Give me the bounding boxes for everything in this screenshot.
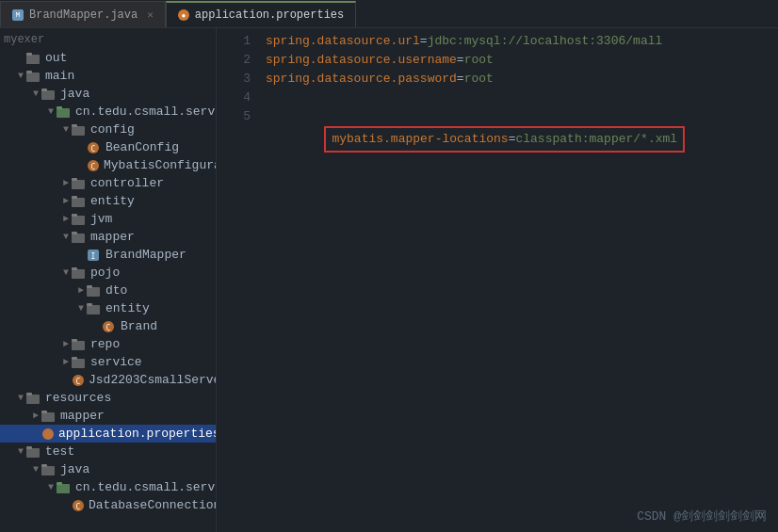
svg-text:C: C: [76, 378, 81, 386]
svg-rect-7: [57, 106, 62, 109]
svg-rect-39: [26, 393, 32, 395]
tree-item-java-label: java: [60, 87, 89, 101]
tree-item-controller[interactable]: controller: [0, 174, 216, 192]
tree-item-dbconntests[interactable]: C DatabaseConnectionTests: [0, 496, 216, 514]
svg-rect-20: [72, 234, 85, 243]
tree-item-test-package-label: cn.tedu.csmall.server: [75, 480, 217, 494]
svg-rect-43: [26, 448, 40, 458]
tab-bar: M BrandMapper.java ✕ ● application.prope…: [0, 0, 778, 28]
close-icon[interactable]: ✕: [147, 8, 154, 21]
line-num-4: 4: [224, 89, 251, 107]
svg-rect-19: [72, 214, 77, 217]
line-num-1: 1: [224, 32, 251, 51]
tree-item-out-label: out: [45, 51, 67, 65]
svg-rect-18: [72, 216, 85, 225]
svg-rect-1: [26, 53, 32, 56]
tree-item-jsdapplic[interactable]: C Jsd2203CsmallServerApplic: [0, 371, 216, 389]
code-line-2: 2 spring.datasource.username=root: [217, 51, 778, 70]
tree-item-config-label: config: [90, 122, 135, 137]
line-num-3: 3: [224, 70, 251, 89]
tree-item-test-package[interactable]: cn.tedu.csmall.server: [0, 478, 216, 496]
code-editor: 1 spring.datasource.url=jdbc:mysql://loc…: [217, 28, 778, 532]
tree-item-brand[interactable]: C Brand: [0, 317, 216, 335]
svg-rect-46: [41, 464, 47, 467]
svg-rect-17: [72, 196, 77, 199]
svg-rect-33: [72, 339, 77, 342]
svg-rect-48: [57, 482, 62, 485]
line-num-2: 2: [224, 51, 251, 70]
tree-item-java[interactable]: java: [0, 85, 216, 103]
tree-item-dto-label: dto: [105, 283, 127, 298]
tree-item-jvm[interactable]: jvm: [0, 210, 216, 228]
tree-item-jvm-label: jvm: [90, 212, 112, 226]
watermark: CSDN @剑剑剑剑剑剑网: [637, 508, 767, 524]
tree-item-test[interactable]: test: [0, 443, 216, 460]
tree-item-pojo-entity[interactable]: entity: [0, 299, 216, 317]
tab-application-properties[interactable]: ● application.properties: [166, 1, 356, 27]
tree-item-pojo[interactable]: pojo: [0, 264, 216, 282]
tree-item-resources[interactable]: resources: [0, 389, 216, 407]
svg-rect-25: [72, 267, 77, 270]
tree-item-package[interactable]: cn.tedu.csmall.server: [0, 103, 216, 121]
svg-text:I: I: [91, 252, 96, 261]
tree-item-service[interactable]: service: [0, 353, 216, 371]
tree-item-resources-mapper[interactable]: mapper: [0, 407, 216, 425]
tree-item-main-label: main: [45, 69, 74, 83]
tree-item-application-properties[interactable]: application.properties: [0, 425, 216, 443]
code-content-5: mybatis.mapper-locations=classpath:mappe…: [266, 107, 685, 171]
tree-item-entity-label: entity: [90, 194, 135, 208]
tree-item-jsdapplic-label: Jsd2203CsmallServerApplic: [89, 373, 217, 387]
svg-rect-0: [26, 55, 40, 64]
svg-rect-8: [72, 126, 85, 136]
tree-item-mapper[interactable]: mapper: [0, 228, 216, 246]
tree-item-mapper-label: mapper: [90, 230, 135, 244]
tree-item-resources-label: resources: [45, 391, 111, 405]
tree-item-brand-label: Brand: [121, 319, 157, 333]
tree-item-pojo-label: pojo: [90, 266, 120, 280]
tree-item-package-label: cn.tedu.csmall.server: [75, 105, 217, 119]
tree-item-beanconfig[interactable]: C BeanConfig: [0, 138, 216, 156]
line-num-5: 5: [224, 107, 251, 126]
tree-item-brandmapper[interactable]: I BrandMapper: [0, 246, 216, 264]
svg-rect-3: [26, 71, 32, 73]
svg-rect-34: [72, 359, 85, 368]
svg-rect-28: [87, 305, 100, 314]
tree-item-controller-label: controller: [90, 176, 164, 190]
svg-rect-14: [72, 180, 85, 189]
svg-rect-32: [72, 341, 85, 350]
svg-rect-15: [72, 178, 77, 181]
module-label: myexer: [4, 33, 44, 46]
tree-item-mybatisconfig[interactable]: C MybatisConfiguration: [0, 156, 216, 174]
tab-brandmapper[interactable]: M BrandMapper.java ✕: [0, 1, 166, 27]
tree-item-entity[interactable]: entity: [0, 192, 216, 210]
code-content-1: spring.datasource.url=jdbc:mysql://local…: [266, 32, 662, 51]
tree-item-beanconfig-label: BeanConfig: [105, 140, 179, 154]
svg-rect-27: [87, 285, 92, 288]
tree-item-dto[interactable]: dto: [0, 282, 216, 299]
code-line-4: 4: [217, 89, 778, 107]
svg-rect-4: [41, 90, 55, 100]
mapper-tab-icon: M: [12, 9, 24, 21]
svg-rect-38: [26, 395, 40, 404]
tree-item-mybatisconfig-label: MybatisConfiguration: [104, 158, 217, 172]
svg-rect-2: [26, 73, 40, 82]
tree-item-test-java-label: java: [60, 462, 89, 476]
svg-rect-45: [41, 466, 55, 476]
tab-properties-label: application.properties: [195, 8, 344, 22]
svg-point-42: [42, 428, 54, 440]
tree-item-main[interactable]: main: [0, 67, 216, 85]
svg-text:C: C: [91, 145, 96, 153]
svg-rect-9: [72, 124, 77, 127]
svg-text:C: C: [91, 163, 96, 171]
tree-item-test-label: test: [45, 444, 74, 459]
svg-rect-26: [87, 287, 100, 297]
tree-item-service-label: service: [90, 355, 142, 369]
tree-item-repo[interactable]: repo: [0, 335, 216, 353]
tree-item-test-java[interactable]: java: [0, 460, 216, 478]
tree-item-config[interactable]: config: [0, 121, 216, 138]
svg-rect-29: [87, 303, 92, 306]
tree-item-out[interactable]: out: [0, 49, 216, 67]
svg-rect-24: [72, 269, 85, 279]
module-header: myexer: [0, 30, 216, 49]
svg-rect-35: [72, 357, 77, 360]
